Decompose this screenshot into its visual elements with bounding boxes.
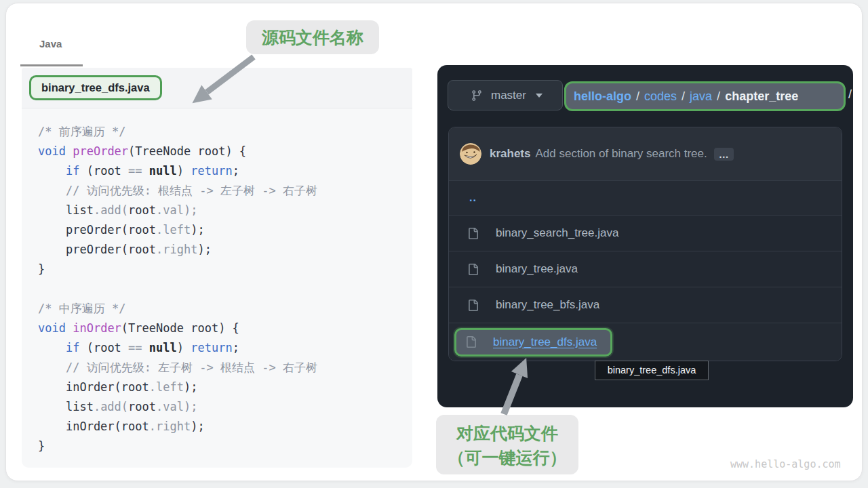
file-icon (467, 264, 479, 275)
breadcrumb-separator: / (717, 89, 720, 104)
code-header: binary_tree_dfs.java (22, 68, 412, 108)
file-icon (467, 300, 479, 311)
breadcrumb-trailing-slash: / (848, 87, 852, 102)
code-line: /* 中序遍历 */ (38, 299, 412, 319)
branch-selector-button[interactable]: master (448, 80, 563, 110)
file-name[interactable]: binary_tree_bfs.java (496, 298, 599, 312)
code-line: // 访问优先级: 根结点 -> 左子树 -> 右子树 (38, 181, 412, 201)
breadcrumb: hello-algo/codes/java/chapter_tree (564, 81, 846, 111)
code-line: inOrder(root.right); (38, 417, 412, 436)
github-panel: master hello-algo/codes/java/chapter_tre… (437, 65, 853, 407)
code-line: inOrder(root.left); (38, 378, 412, 397)
code-line: /* 前序遍历 */ (38, 122, 412, 142)
code-line: } (38, 436, 412, 456)
code-panel: binary_tree_dfs.java /* 前序遍历 */void preO… (22, 68, 412, 468)
source-filename-badge: binary_tree_dfs.java (29, 75, 162, 100)
filename-tooltip: binary_tree_dfs.java (595, 361, 709, 380)
file-name[interactable]: binary_tree.java (496, 262, 578, 276)
file-row[interactable]: .. (449, 180, 842, 215)
code-line: list.add(root.val); (38, 397, 412, 417)
callout-source-filename: 源码文件名称 (246, 20, 379, 54)
code-line: list.add(root.val); (38, 201, 412, 220)
commit-message[interactable]: Add section of binary search tree. (535, 147, 707, 161)
callout-line-1: 对应代码文件 (436, 421, 578, 445)
branch-name: master (491, 89, 526, 102)
file-table: krahets Add section of binary search tre… (448, 127, 842, 361)
file-name[interactable]: binary_search_tree.java (496, 226, 618, 240)
file-icon (465, 336, 477, 348)
breadcrumb-separator: / (682, 89, 685, 104)
breadcrumb-java[interactable]: java (690, 89, 712, 104)
avatar[interactable] (460, 143, 481, 165)
code-line: void inOrder(TreeNode root) { (38, 319, 412, 338)
callout-line-2: （可一键运行） (436, 445, 578, 470)
callout-code-file: 对应代码文件 （可一键运行） (436, 415, 578, 474)
tab-java[interactable]: Java (39, 38, 62, 49)
file-icon (467, 228, 479, 239)
breadcrumb-separator: / (636, 89, 639, 104)
code-blank-line (38, 279, 412, 299)
file-row[interactable]: binary_tree.java (449, 251, 842, 287)
highlighted-file-link[interactable]: binary_tree_dfs.java (454, 328, 612, 357)
watermark: www.hello-algo.com (730, 458, 841, 470)
commit-author[interactable]: krahets (490, 147, 530, 161)
code-line: if (root == null) return; (38, 338, 412, 358)
code-line: preOrder(root.right); (38, 240, 412, 260)
breadcrumb-hello-algo[interactable]: hello-algo (574, 89, 631, 104)
chevron-down-icon (536, 94, 542, 98)
git-branch-icon (471, 89, 483, 102)
file-row[interactable]: binary_search_tree.java (449, 215, 842, 251)
file-row[interactable]: binary_tree_bfs.java (449, 287, 842, 323)
parent-directory-link[interactable]: .. (469, 192, 477, 204)
breadcrumb-chapter_tree: chapter_tree (725, 89, 798, 104)
code-line: void preOrder(TreeNode root) { (38, 142, 412, 161)
commit-header: krahets Add section of binary search tre… (449, 127, 842, 180)
code-line: if (root == null) return; (38, 161, 412, 181)
file-row[interactable]: binary_tree_dfs.java (449, 323, 842, 361)
file-name[interactable]: binary_tree_dfs.java (493, 336, 597, 349)
code-body: /* 前序遍历 */void preOrder(TreeNode root) {… (22, 108, 412, 456)
code-line: } (38, 260, 412, 279)
java-tab-indicator (20, 64, 83, 66)
code-line: // 访问优先级: 左子树 -> 根结点 -> 右子树 (38, 358, 412, 378)
commit-ellipsis-button[interactable]: … (714, 148, 734, 161)
code-line: preOrder(root.left); (38, 220, 412, 240)
breadcrumb-codes[interactable]: codes (644, 89, 677, 104)
